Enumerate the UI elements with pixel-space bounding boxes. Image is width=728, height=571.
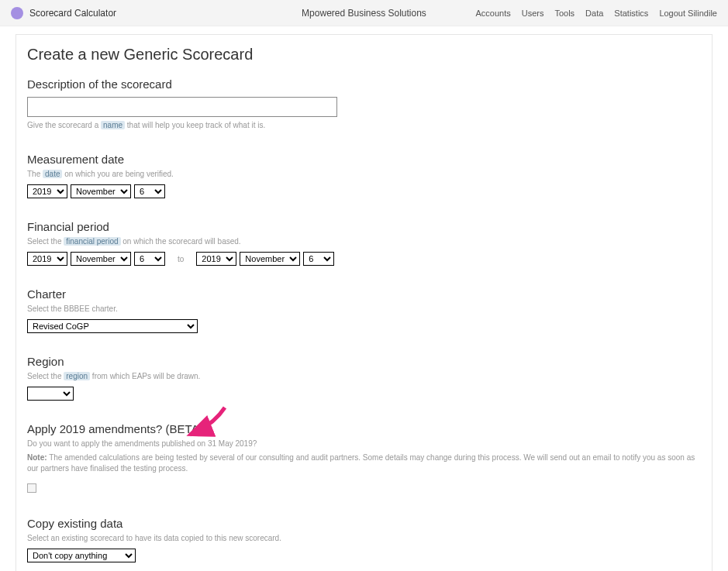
copy-label: Copy existing data	[27, 517, 701, 530]
financial-to-year-select[interactable]: 2019	[196, 252, 236, 266]
nav-accounts[interactable]: Accounts	[475, 9, 510, 18]
brand-name: Mpowered Business Solutions	[302, 8, 426, 19]
section-description: Description of the scorecard Give the sc…	[27, 77, 701, 131]
section-copy-data: Copy existing data Select an existing sc…	[27, 517, 701, 562]
description-input[interactable]	[27, 97, 337, 117]
section-amendments: Apply 2019 amendments? (BETA) Do you wan…	[27, 422, 701, 495]
top-header: Scorecard Calculator Mpowered Business S…	[0, 0, 728, 26]
region-help: Select the region from which EAPs will b…	[27, 371, 701, 382]
measurement-label: Measurement date	[27, 153, 701, 166]
financial-label: Financial period	[27, 220, 701, 233]
amendments-label: Apply 2019 amendments? (BETA)	[27, 422, 701, 435]
copy-help: Select an existing scorecard to have its…	[27, 533, 701, 544]
description-label: Description of the scorecard	[27, 77, 701, 91]
section-measurement-date: Measurement date The date on which you a…	[27, 153, 701, 198]
section-financial-period: Financial period Select the financial pe…	[27, 220, 701, 266]
financial-to-word: to	[178, 255, 184, 263]
section-region: Region Select the region from which EAPs…	[27, 355, 701, 401]
measurement-month-select[interactable]: November	[71, 184, 131, 198]
amendments-note: Note: The amended calculations are being…	[27, 452, 701, 474]
financial-from-year-select[interactable]: 2019	[27, 252, 67, 266]
region-label: Region	[27, 355, 701, 368]
financial-to-day-select[interactable]: 6	[303, 252, 334, 266]
region-select[interactable]	[27, 387, 74, 401]
app-logo-icon	[11, 7, 23, 19]
amendments-help-1: Do you want to apply the amendments publ…	[27, 439, 701, 449]
nav-logout[interactable]: Logout Silindile	[659, 9, 717, 18]
nav-users[interactable]: Users	[522, 9, 544, 18]
measurement-help: The date on which you are being verified…	[27, 169, 701, 180]
app-title: Scorecard Calculator	[29, 8, 116, 19]
nav-data[interactable]: Data	[585, 9, 603, 18]
financial-to-month-select[interactable]: November	[240, 252, 300, 266]
financial-help: Select the financial period on which the…	[27, 236, 701, 247]
charter-help: Select the BBBEE charter.	[27, 304, 701, 315]
amendments-checkbox[interactable]	[27, 483, 36, 493]
form-card: Create a new Generic Scorecard Descripti…	[16, 34, 712, 571]
nav-tools[interactable]: Tools	[554, 9, 574, 18]
section-charter: Charter Select the BBBEE charter. Revise…	[27, 287, 701, 333]
financial-from-month-select[interactable]: November	[71, 252, 131, 266]
charter-label: Charter	[27, 287, 701, 301]
financial-from-day-select[interactable]: 6	[134, 252, 165, 266]
measurement-year-select[interactable]: 2019	[27, 184, 67, 198]
charter-select[interactable]: Revised CoGP	[27, 319, 198, 333]
nav-statistics[interactable]: Statistics	[614, 9, 648, 18]
copy-select[interactable]: Don't copy anything	[27, 549, 136, 562]
measurement-day-select[interactable]: 6	[134, 184, 165, 198]
top-nav: Accounts Users Tools Data Statistics Log…	[475, 9, 717, 18]
description-help: Give the scorecard a name that will help…	[27, 120, 701, 131]
page-title: Create a new Generic Scorecard	[27, 46, 701, 64]
